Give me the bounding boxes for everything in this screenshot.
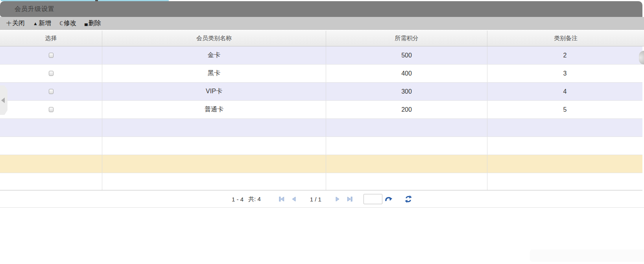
add-icon: ▲	[33, 21, 38, 26]
last-page-icon[interactable]	[346, 196, 353, 203]
table-header-row: 选择 会员类别名称 所需积分 类别备注	[0, 31, 644, 46]
column-header-note[interactable]: 类别备注	[487, 31, 644, 46]
empty-table-row	[0, 137, 642, 155]
note-cell: 4	[487, 83, 642, 100]
select-cell	[0, 101, 102, 118]
page-number-input[interactable]	[364, 194, 382, 204]
column-header-select[interactable]: 选择	[0, 31, 102, 46]
points-cell: 500	[326, 46, 487, 64]
row-checkbox[interactable]	[49, 89, 54, 94]
table-row[interactable]: VIP卡 300 4	[0, 83, 642, 101]
edit-button[interactable]: ℂ 修改	[59, 19, 76, 28]
page-indicator: 1 / 1	[310, 196, 321, 203]
page-title: 会员升级设置	[15, 5, 55, 13]
next-page-icon[interactable]	[334, 196, 341, 203]
table-row[interactable]: 金卡 500 2	[0, 46, 642, 65]
right-scroll-handle[interactable]	[639, 51, 644, 65]
member-type-cell: 普通卡	[102, 101, 326, 118]
note-cell: 3	[487, 65, 642, 82]
table-row[interactable]: 普通卡 200 5	[0, 101, 642, 119]
first-page-icon[interactable]	[278, 196, 285, 203]
points-cell: 200	[326, 101, 487, 118]
close-button-label: 关闭	[12, 19, 25, 28]
note-cell: 5	[487, 101, 642, 118]
empty-table-row	[0, 119, 642, 137]
empty-table-row-highlighted	[0, 155, 642, 173]
member-type-cell: VIP卡	[102, 83, 326, 100]
prev-page-icon[interactable]	[290, 196, 297, 203]
record-total-label: 共: 4	[248, 196, 261, 203]
bottom-right-overlay	[530, 249, 644, 262]
member-type-cell: 金卡	[102, 46, 326, 64]
select-cell	[0, 46, 102, 64]
pager-bar: 1 - 4 共: 4 1 / 1	[0, 191, 644, 208]
delete-button[interactable]: ▄ 删除	[85, 19, 101, 28]
collapse-left-arrow-icon	[1, 98, 5, 103]
note-cell: 2	[487, 46, 642, 64]
select-cell	[0, 83, 102, 100]
add-button-label: 新增	[39, 19, 51, 28]
member-type-cell: 黑卡	[102, 65, 326, 82]
delete-button-label: 删除	[89, 19, 101, 28]
close-icon: 十	[6, 21, 11, 26]
go-to-page-icon[interactable]	[385, 195, 393, 203]
column-header-member-type[interactable]: 会员类别名称	[102, 31, 326, 46]
record-range-label: 1 - 4	[232, 196, 244, 203]
table-body: 金卡 500 2 黑卡 400 3 VIP卡 300 4 普通卡 200 5	[0, 46, 642, 190]
close-button[interactable]: 十 关闭	[6, 19, 25, 28]
refresh-icon[interactable]	[404, 195, 412, 203]
points-cell: 400	[326, 65, 487, 82]
collapse-panel-handle[interactable]	[0, 85, 7, 115]
panel-titlebar: 会员升级设置	[0, 1, 642, 17]
empty-table-row	[0, 173, 642, 190]
row-checkbox[interactable]	[49, 53, 54, 58]
table-row[interactable]: 黑卡 400 3	[0, 65, 642, 83]
add-button[interactable]: ▲ 新增	[33, 19, 51, 28]
row-checkbox[interactable]	[49, 71, 54, 76]
row-checkbox[interactable]	[49, 107, 54, 112]
column-header-points[interactable]: 所需积分	[326, 31, 487, 46]
select-cell	[0, 65, 102, 82]
delete-icon: ▄	[85, 21, 88, 26]
edit-icon: ℂ	[59, 21, 63, 26]
points-cell: 300	[326, 83, 487, 100]
edit-button-label: 修改	[64, 19, 76, 28]
toolbar: 十 关闭 ▲ 新增 ℂ 修改 ▄ 删除	[0, 17, 644, 30]
